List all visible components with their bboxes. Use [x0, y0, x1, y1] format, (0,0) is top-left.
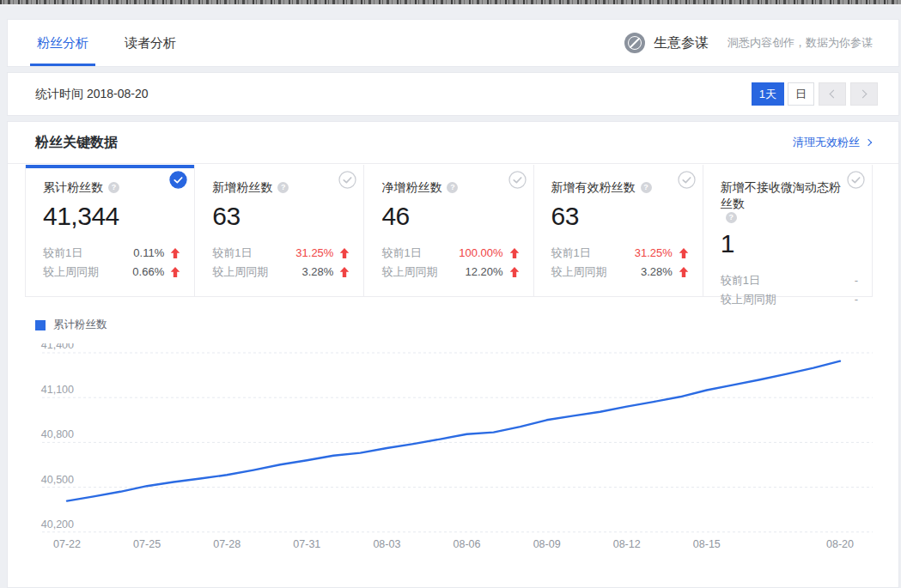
compare-row: 较上周同期 0.66%: [43, 263, 180, 282]
compare-row: 较上周同期 3.28%: [551, 263, 689, 282]
metric-cards: 累计粉丝数? 41,344 较前1日 0.11% 较上周同期 0.66% 新增粉…: [25, 165, 873, 297]
svg-text:08-09: 08-09: [533, 538, 561, 550]
compare-value: 31.25%: [295, 246, 333, 259]
compare-row: 较前1日 -: [721, 271, 858, 290]
screen-edge-artifact: [0, 0, 901, 6]
help-icon[interactable]: ?: [447, 182, 458, 193]
tab-reader-analysis[interactable]: 读者分析: [123, 20, 178, 66]
compare-row: 较上周同期 12.20%: [381, 263, 519, 282]
clean-invalid-fans-link[interactable]: 清理无效粉丝: [793, 135, 871, 150]
range-button-1day[interactable]: 1天: [752, 82, 784, 106]
metric-card-new-no-weitao-fans[interactable]: 新增不接收微淘动态粉丝数? 1 较前1日 - 较上周同期 -: [703, 165, 873, 296]
svg-text:07-31: 07-31: [293, 538, 320, 550]
card-value: 41,344: [43, 202, 180, 232]
chevron-left-icon: [830, 90, 838, 99]
help-icon[interactable]: ?: [277, 182, 289, 193]
svg-text:07-28: 07-28: [213, 538, 240, 550]
arrow-up-icon: [170, 248, 180, 258]
compare-row: 较前1日 100.00%: [381, 244, 519, 263]
card-value: 63: [212, 202, 350, 232]
chevron-right-icon: [859, 90, 868, 99]
chart-legend[interactable]: 累计粉丝数: [35, 318, 107, 332]
svg-text:41,100: 41,100: [41, 384, 74, 396]
fans-trend-chart: 40,20040,50040,80041,10041,40007-2207-25…: [8, 343, 900, 584]
range-selector: 1天 日: [748, 82, 878, 106]
check-circle-icon[interactable]: [678, 171, 696, 189]
svg-text:08-15: 08-15: [693, 538, 721, 550]
compare-value: 3.28%: [641, 265, 673, 278]
range-button-day[interactable]: 日: [788, 82, 814, 106]
arrow-up-icon: [339, 248, 350, 258]
arrow-up-icon: [679, 267, 689, 277]
compare-value: 100.00%: [459, 246, 502, 259]
check-circle-icon[interactable]: [847, 171, 865, 189]
svg-text:07-25: 07-25: [133, 538, 161, 550]
card-title: 新增不接收微淘动态粉丝数?: [721, 179, 849, 223]
metric-card-net-fans[interactable]: 净增粉丝数? 46 较前1日 100.00% 较上周同期 12.20%: [364, 165, 533, 296]
compare-label: 较前1日: [212, 246, 252, 261]
help-icon[interactable]: ?: [641, 182, 652, 193]
next-date-button[interactable]: [850, 82, 878, 106]
card-value: 1: [721, 229, 858, 259]
brand-name: 生意参谋: [654, 34, 709, 52]
arrow-up-icon: [509, 267, 520, 277]
chevron-right-icon: [865, 139, 872, 146]
tab-label: 读者分析: [125, 35, 176, 52]
card-title: 累计粉丝数?: [43, 179, 172, 196]
compare-value: -: [855, 274, 858, 287]
compare-value: -: [855, 293, 858, 306]
arrow-up-icon: [170, 267, 180, 277]
check-circle-icon[interactable]: [508, 171, 527, 189]
compare-value: 0.11%: [133, 246, 164, 259]
arrow-up-icon: [679, 248, 689, 258]
help-icon[interactable]: ?: [726, 212, 737, 223]
section-title: 粉丝关键数据: [35, 134, 118, 152]
prev-date-button[interactable]: [819, 82, 846, 106]
tab-label: 粉丝分析: [37, 35, 88, 52]
svg-text:08-06: 08-06: [454, 538, 481, 550]
compare-value: 31.25%: [635, 246, 673, 259]
compare-row: 较上周同期 3.28%: [212, 263, 350, 282]
check-circle-icon[interactable]: [338, 171, 356, 189]
compare-value: 12.20%: [466, 265, 503, 278]
svg-text:40,200: 40,200: [41, 518, 74, 530]
compare-label: 较前1日: [381, 246, 421, 261]
card-value: 63: [551, 202, 689, 232]
brand-slogan: 洞悉内容创作，数据为你参谋: [727, 35, 873, 51]
svg-text:08-20: 08-20: [826, 538, 854, 550]
tab-fan-analysis[interactable]: 粉丝分析: [35, 20, 90, 66]
date-toolbar: 统计时间 2018-08-20 1天 日: [7, 72, 899, 116]
legend-label: 累计粉丝数: [53, 318, 107, 332]
card-title: 新增有效粉丝数?: [551, 179, 680, 196]
compare-label: 较前1日: [43, 246, 82, 261]
svg-text:08-03: 08-03: [373, 538, 400, 550]
check-circle-icon[interactable]: [169, 171, 187, 189]
card-value: 46: [381, 202, 519, 232]
arrow-up-icon: [339, 267, 350, 277]
compare-row: 较前1日 31.25%: [212, 244, 350, 263]
compare-label: 较上周同期: [721, 292, 776, 307]
compare-row: 较上周同期 -: [721, 290, 858, 309]
compare-label: 较上周同期: [43, 264, 99, 280]
compare-row: 较前1日 31.25%: [551, 244, 689, 263]
svg-text:41,400: 41,400: [41, 343, 74, 351]
stat-time-label: 统计时间 2018-08-20: [35, 87, 149, 102]
compare-label: 较前1日: [551, 246, 591, 261]
help-icon[interactable]: ?: [108, 182, 119, 193]
compare-label: 较上周同期: [381, 264, 437, 280]
metric-card-total-fans[interactable]: 累计粉丝数? 41,344 较前1日 0.11% 较上周同期 0.66%: [26, 165, 195, 296]
compare-label: 较上周同期: [551, 264, 607, 280]
arrow-up-icon: [509, 248, 520, 258]
svg-text:08-12: 08-12: [613, 538, 641, 550]
card-title: 新增粉丝数?: [212, 179, 341, 196]
sycm-compass-icon: [624, 33, 645, 53]
metric-card-new-fans[interactable]: 新增粉丝数? 63 较前1日 31.25% 较上周同期 3.28%: [195, 165, 364, 296]
compare-row: 较前1日 0.11%: [43, 244, 180, 263]
compare-value: 0.66%: [132, 265, 164, 278]
fan-key-data-panel: 粉丝关键数据 清理无效粉丝 累计粉丝数? 41,344 较前1日 0.11% 较…: [7, 121, 899, 588]
metric-card-new-valid-fans[interactable]: 新增有效粉丝数? 63 较前1日 31.25% 较上周同期 3.28%: [534, 165, 703, 296]
compare-label: 较上周同期: [212, 264, 268, 280]
svg-text:07-22: 07-22: [53, 538, 81, 550]
header-bar: 粉丝分析 读者分析 生意参谋 洞悉内容创作，数据为你参谋: [7, 19, 899, 67]
compare-value: 3.28%: [302, 265, 334, 278]
